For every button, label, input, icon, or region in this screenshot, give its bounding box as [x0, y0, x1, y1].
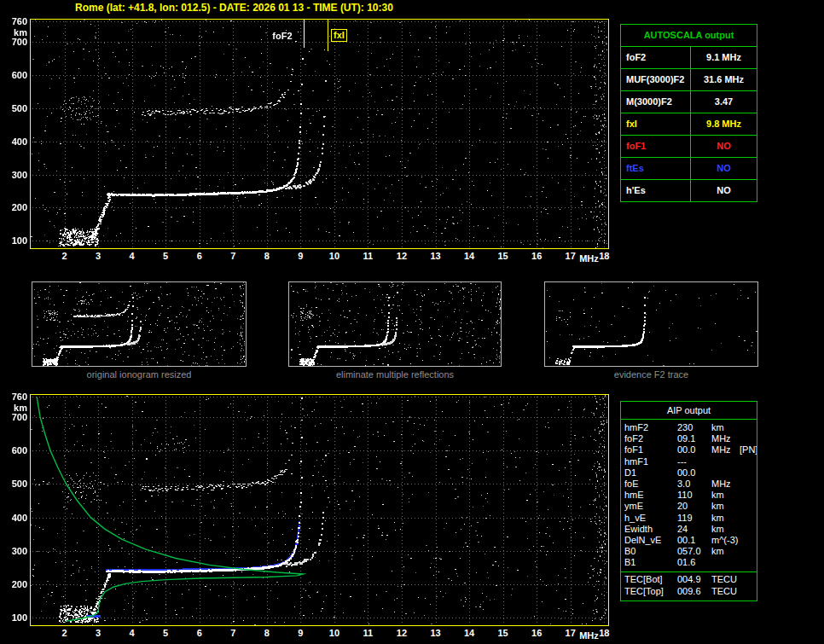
parameter-label: foF2 — [624, 433, 677, 444]
aip-row: TEC[Bot]004.9TECU — [621, 574, 757, 585]
y-tick-label: 700 — [2, 37, 27, 47]
parameter-value: 3.0 — [677, 479, 711, 490]
parameter-label: hmF1 — [624, 456, 677, 467]
autoscala-row: M(3000)F23.47 — [621, 90, 757, 113]
autoscala-output-panel: AUTOSCALA output foF29.1 MHzMUF(3000)F23… — [620, 24, 757, 202]
x-tick-label: 5 — [155, 251, 176, 261]
thumbnail-multiple-reflections — [288, 281, 502, 367]
parameter-label: h_vE — [624, 513, 677, 524]
y-tick-label: 200 — [2, 202, 27, 212]
parameter-value: 004.9 — [677, 574, 711, 585]
parameter-extra — [740, 456, 757, 467]
parameter-unit: MHz — [711, 433, 740, 444]
thumbnail-canvas-reflections — [289, 282, 501, 366]
fof2-marker-label: foF2 — [272, 31, 292, 42]
parameter-value: 00.1 — [677, 535, 711, 546]
aip-row: h_vE119km — [621, 513, 757, 524]
thumbnail-canvas-original — [32, 282, 246, 366]
thumbnail-caption-f2-trace: evidence F2 trace — [544, 369, 758, 380]
x-tick-label: 8 — [257, 628, 277, 638]
parameter-value: 3.47 — [691, 91, 757, 113]
parameter-label: TEC[Bot] — [624, 574, 677, 585]
aip-tec-body: TEC[Bot]004.9TECUTEC[Top]009.6TECU — [621, 573, 757, 600]
thumbnail-f2-trace — [544, 281, 758, 367]
x-tick-label: 14 — [459, 251, 479, 261]
y-tick-label: 500 — [2, 479, 27, 489]
y-tick-label: 400 — [2, 513, 27, 523]
parameter-value: 31.6 MHz — [691, 69, 757, 90]
ionogram-canvas-bottom — [31, 395, 608, 625]
parameter-label: TEC[Top] — [624, 586, 677, 597]
parameter-label: hmE — [624, 490, 677, 501]
aip-row: hmE110km — [621, 490, 757, 501]
parameter-value: 9.8 MHz — [691, 113, 757, 135]
y-tick-label: 600 — [2, 70, 27, 80]
parameter-extra — [740, 524, 757, 535]
y-tick-label: 300 — [2, 546, 27, 556]
x-tick-label: 4 — [122, 251, 142, 261]
parameter-unit: TECU — [711, 586, 740, 597]
thumbnail-caption-original: original ionogram resized — [32, 369, 247, 380]
autoscala-table-body: foF29.1 MHzMUF(3000)F231.6 MHzM(3000)F23… — [621, 46, 757, 201]
parameter-unit: km — [711, 501, 740, 512]
autoscala-row: MUF(3000)F231.6 MHz — [621, 68, 757, 90]
parameter-unit: MHz — [711, 479, 740, 490]
fxi-marker-label: fxI — [331, 29, 347, 42]
y-tick-label: 600 — [2, 445, 27, 455]
parameter-label: foF2 — [621, 47, 691, 68]
x-tick-label: 4 — [122, 628, 142, 638]
parameter-value: 230 — [677, 422, 711, 433]
autoscala-row: ftEsNO — [621, 157, 757, 179]
x-tick-label: 3 — [88, 628, 108, 638]
autoscala-row: fxI9.8 MHz — [621, 113, 757, 135]
parameter-label: foE — [624, 479, 677, 490]
parameter-value: NO — [691, 158, 757, 179]
parameter-label: ftEs — [621, 158, 691, 179]
y-tick-label: 500 — [2, 103, 27, 113]
x-tick-label: 2 — [55, 628, 75, 638]
parameter-label: foF1 — [624, 444, 677, 455]
x-tick-label: 5 — [155, 628, 176, 638]
x-tick-label: 12 — [392, 251, 412, 261]
parameter-value: 119 — [677, 513, 711, 524]
parameter-extra — [740, 546, 757, 557]
parameter-extra — [740, 535, 757, 546]
parameter-value: 24 — [677, 524, 711, 535]
ionogram-plot-bottom — [30, 394, 609, 626]
aip-row: D100.0 — [621, 467, 757, 479]
station-date-title: Rome (lat: +41.8, lon: 012.5) - DATE: 20… — [75, 2, 393, 14]
y-tick-label: 300 — [2, 170, 27, 180]
x-tick-label: 10 — [324, 628, 345, 638]
x-tick-label: 11 — [357, 628, 378, 638]
aip-row: foF209.1MHz — [621, 433, 757, 444]
parameter-extra — [740, 422, 757, 433]
x-tick-label: 16 — [526, 628, 547, 638]
autoscala-row: h'EsNO — [621, 179, 757, 201]
parameter-extra: [PN] — [740, 444, 757, 455]
parameter-value: 057.0 — [677, 546, 711, 557]
x-tick-label: 10 — [324, 251, 345, 261]
parameter-extra — [740, 574, 757, 585]
parameter-value: 09.1 — [677, 433, 711, 444]
autoscala-row: foF29.1 MHz — [621, 46, 757, 68]
thumbnail-canvas-f2-trace — [545, 282, 757, 366]
parameter-label: h'Es — [621, 180, 691, 201]
parameter-value: 00.0 — [677, 467, 711, 479]
x-tick-label: 6 — [189, 628, 210, 638]
thumbnail-caption-reflections: eliminate multiple reflections — [288, 369, 502, 380]
parameter-extra — [740, 586, 757, 597]
parameter-unit: TECU — [711, 574, 740, 585]
parameter-unit: km — [711, 513, 740, 524]
aip-tec-divider — [621, 571, 757, 572]
aip-row: Ewidth24km — [621, 524, 757, 535]
aip-row: B101.6 — [621, 557, 757, 568]
parameter-unit — [711, 456, 740, 467]
aip-row: DelN_vE00.1m^(-3) — [621, 535, 757, 546]
aip-row: hmF1--- — [621, 456, 757, 467]
parameter-value: NO — [691, 180, 757, 201]
parameter-label: fxI — [621, 113, 691, 135]
x-tick-label: 9 — [290, 251, 310, 261]
aip-row: foF100.0MHz[PN] — [621, 444, 757, 455]
y-tick-label: 200 — [2, 579, 27, 589]
autoscala-panel-title: AUTOSCALA output — [621, 25, 757, 46]
